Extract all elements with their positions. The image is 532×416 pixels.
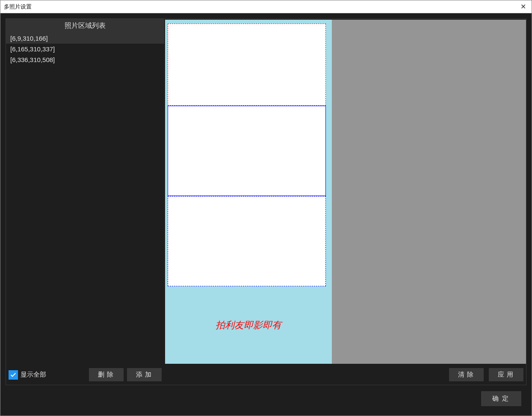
- titlebar: 多照片设置 ✕: [0, 0, 532, 13]
- close-button[interactable]: ✕: [518, 2, 528, 12]
- check-icon: [10, 371, 17, 378]
- footer: 确定: [6, 385, 526, 410]
- clear-button[interactable]: 清除: [449, 368, 484, 381]
- template-canvas[interactable]: 拍利友即影即有: [165, 20, 332, 364]
- main-area: 照片区域列表 [6,9,310,166] [6,165,310,337] [6,…: [6, 18, 526, 385]
- show-all-checkbox-wrap[interactable]: 显示全部: [9, 370, 86, 380]
- delete-button[interactable]: 删除: [89, 368, 124, 381]
- region-list-item[interactable]: [6,9,310,166]: [6, 33, 164, 44]
- region-list-item[interactable]: [6,336,310,508]: [6, 54, 164, 65]
- ok-button[interactable]: 确定: [481, 391, 521, 406]
- add-button[interactable]: 添加: [127, 368, 162, 381]
- preview-toolbar: 清除 应用: [164, 365, 526, 385]
- preview-panel: 拍利友即影即有 清除 应用: [164, 19, 526, 385]
- photo-region-1[interactable]: [168, 24, 326, 106]
- close-icon: ✕: [520, 3, 526, 11]
- window: 多照片设置 ✕ 照片区域列表 [6,9,310,166] [6,165,310,…: [0, 0, 532, 416]
- watermark-text: 拍利友即影即有: [165, 319, 332, 332]
- left-panel: 照片区域列表 [6,9,310,166] [6,165,310,337] [6,…: [6, 19, 164, 385]
- show-all-label: 显示全部: [21, 371, 46, 379]
- photo-region-3[interactable]: [168, 196, 326, 286]
- window-title: 多照片设置: [4, 3, 32, 11]
- preview-background: [332, 20, 526, 364]
- region-list[interactable]: [6,9,310,166] [6,165,310,337] [6,336,310…: [6, 33, 164, 365]
- apply-button[interactable]: 应用: [489, 368, 523, 381]
- region-list-header: 照片区域列表: [6, 19, 164, 33]
- show-all-checkbox[interactable]: [9, 370, 18, 380]
- region-list-item[interactable]: [6,165,310,337]: [6, 44, 164, 54]
- content-area: 照片区域列表 [6,9,310,166] [6,165,310,337] [6,…: [0, 13, 532, 416]
- photo-region-2[interactable]: [168, 106, 326, 196]
- left-toolbar: 显示全部 删除 添加: [6, 365, 164, 385]
- preview-area: 拍利友即影即有: [164, 19, 526, 365]
